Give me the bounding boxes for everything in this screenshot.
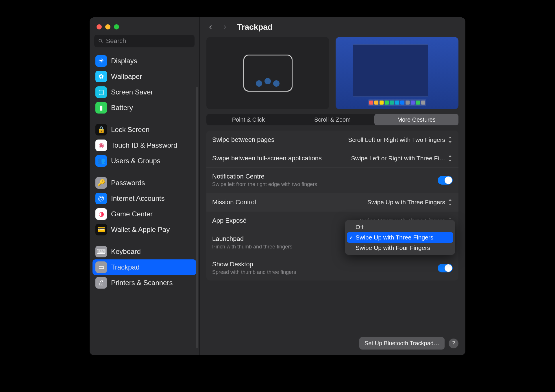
setting-title: Mission Control [212, 198, 256, 206]
sidebar-item-screen-saver[interactable]: ▢Screen Saver [92, 84, 196, 100]
help-button[interactable]: ? [449, 339, 458, 348]
displays-icon: ☀ [95, 55, 107, 67]
preview-row [199, 35, 465, 114]
row-show-desktop: Show Desktop Spread with thumb and three… [206, 255, 458, 280]
sidebar-item-label: Touch ID & Password [111, 141, 177, 150]
touchid-icon: ◉ [95, 140, 107, 151]
lock-icon: 🔒 [95, 124, 107, 135]
sidebar-item-internet-accounts[interactable]: @Internet Accounts [92, 191, 196, 206]
updown-icon [447, 137, 453, 143]
sidebar-item-battery[interactable]: ▮Battery [92, 100, 196, 116]
window-controls [90, 17, 199, 35]
sidebar-item-passwords[interactable]: 🔑Passwords [92, 175, 196, 191]
tab-more-gestures[interactable]: More Gestures [374, 114, 458, 125]
sidebar-item-label: Game Center [111, 210, 153, 218]
sidebar-item-label: Trackpad [111, 263, 140, 272]
close-window-button[interactable] [97, 24, 102, 29]
sidebar-item-trackpad[interactable]: ▭Trackpad [92, 259, 196, 275]
forward-button[interactable] [220, 23, 229, 31]
settings-list: Swipe between pages Scroll Left or Right… [199, 131, 465, 280]
wallpaper-icon: ✿ [95, 71, 107, 82]
search-input[interactable] [106, 37, 191, 45]
sidebar-item-label: Users & Groups [111, 157, 160, 165]
setting-title: Show Desktop [212, 261, 296, 268]
trackpad-gesture-preview [206, 37, 329, 109]
setting-title: Notification Centre [212, 173, 317, 180]
toggle-knob-icon [445, 264, 452, 272]
passwords-icon: 🔑 [95, 177, 107, 189]
sidebar-item-keyboard[interactable]: ⌨Keyboard [92, 244, 196, 259]
setting-subtitle: Pinch with thumb and three fingers [212, 244, 292, 250]
sidebar-item-touch-id-password[interactable]: ◉Touch ID & Password [92, 138, 196, 153]
desktop-result-preview [336, 37, 458, 109]
select-mission-control[interactable]: Swipe Up with Three Fingers [367, 199, 453, 206]
sidebar-item-game-center[interactable]: ◑Game Center [92, 206, 196, 222]
toggle-show-desktop[interactable] [438, 264, 453, 272]
users-icon: 👥 [95, 155, 107, 167]
updown-icon [447, 199, 453, 205]
setting-title: Launchpad [212, 235, 292, 243]
tab-scroll-zoom[interactable]: Scroll & Zoom [291, 114, 375, 125]
checkmark-icon: ✓ [349, 234, 354, 241]
sidebar-list[interactable]: ☀Displays✿Wallpaper▢Screen Saver▮Battery… [90, 51, 199, 355]
row-swipe-between-pages: Swipe between pages Scroll Left or Right… [206, 131, 458, 149]
sidebar-item-label: Keyboard [111, 248, 141, 256]
sidebar-item-label: Internet Accounts [111, 194, 164, 203]
setup-bluetooth-trackpad-button[interactable]: Set Up Bluetooth Trackpad… [359, 337, 445, 350]
search-icon [98, 38, 103, 44]
finger-dot-icon [264, 78, 271, 84]
preview-dock-icon [368, 99, 426, 106]
setting-title: Swipe between full-screen applications [212, 155, 322, 162]
tab-bar: Point & ClickScroll & ZoomMore Gestures [206, 114, 458, 125]
row-swipe-fullscreen-apps: Swipe between full-screen applications S… [206, 149, 458, 168]
row-mission-control: Mission Control Swipe Up with Three Fing… [206, 193, 458, 211]
setting-subtitle: Spread with thumb and three fingers [212, 269, 296, 275]
sidebar-item-label: Passwords [111, 179, 145, 187]
dropdown-option[interactable]: Off [347, 222, 453, 232]
sidebar-item-label: Wallet & Apple Pay [111, 226, 170, 234]
screensaver-icon: ▢ [95, 86, 107, 98]
system-settings-window: ☀Displays✿Wallpaper▢Screen Saver▮Battery… [90, 17, 465, 355]
internet-accounts-icon: @ [95, 193, 107, 204]
sidebar-item-users-groups[interactable]: 👥Users & Groups [92, 153, 196, 169]
search-field[interactable] [94, 35, 195, 47]
finger-dot-icon [273, 80, 280, 87]
fullscreen-window-button[interactable] [114, 24, 119, 29]
tab-point-click[interactable]: Point & Click [206, 114, 291, 125]
dropdown-option[interactable]: ✓Swipe Up with Three Fingers [347, 232, 453, 243]
setting-title: App Exposé [212, 217, 247, 224]
toggle-knob-icon [445, 177, 452, 184]
dropdown-option[interactable]: Swipe Up with Four Fingers [347, 243, 453, 253]
sidebar-item-lock-screen[interactable]: 🔒Lock Screen [92, 122, 196, 138]
back-button[interactable] [206, 23, 215, 31]
select-swipe-fullscreen-apps[interactable]: Swipe Left or Right with Three Fi… [351, 155, 453, 162]
sidebar-item-label: Printers & Scanners [111, 279, 173, 287]
sidebar-scrollbar[interactable] [196, 87, 198, 348]
sidebar-item-printers-scanners[interactable]: 🖨Printers & Scanners [92, 275, 196, 291]
sidebar-item-displays[interactable]: ☀Displays [92, 53, 196, 69]
toggle-notification-centre[interactable] [438, 176, 453, 185]
minimize-window-button[interactable] [105, 24, 110, 29]
battery-icon: ▮ [95, 102, 107, 114]
printers-icon: 🖨 [95, 277, 107, 289]
sidebar-item-label: Displays [111, 57, 137, 65]
settings-group: Swipe between pages Scroll Left or Right… [206, 131, 458, 280]
mission-control-dropdown[interactable]: Off✓Swipe Up with Three FingersSwipe Up … [345, 220, 455, 255]
trackpad-icon: ▭ [95, 261, 107, 273]
wallet-icon: 💳 [95, 224, 107, 235]
sidebar-item-wallet-apple-pay[interactable]: 💳Wallet & Apple Pay [92, 222, 196, 237]
sidebar-item-wallpaper[interactable]: ✿Wallpaper [92, 69, 196, 84]
sidebar-item-label: Screen Saver [111, 88, 153, 96]
select-swipe-between-pages[interactable]: Scroll Left or Right with Two Fingers [348, 136, 453, 143]
row-notification-centre: Notification Centre Swipe left from the … [206, 168, 458, 193]
titlebar: Trackpad [199, 17, 465, 35]
finger-dot-icon [256, 80, 262, 87]
footer: Set Up Bluetooth Trackpad… ? [359, 337, 458, 350]
trackpad-outline-icon [243, 55, 293, 92]
keyboard-icon: ⌨ [95, 246, 107, 257]
game-center-icon: ◑ [95, 208, 107, 220]
setting-title: Swipe between pages [212, 136, 274, 144]
preview-window-icon [353, 44, 428, 96]
page-title: Trackpad [237, 23, 273, 32]
sidebar-item-label: Lock Screen [111, 126, 149, 134]
